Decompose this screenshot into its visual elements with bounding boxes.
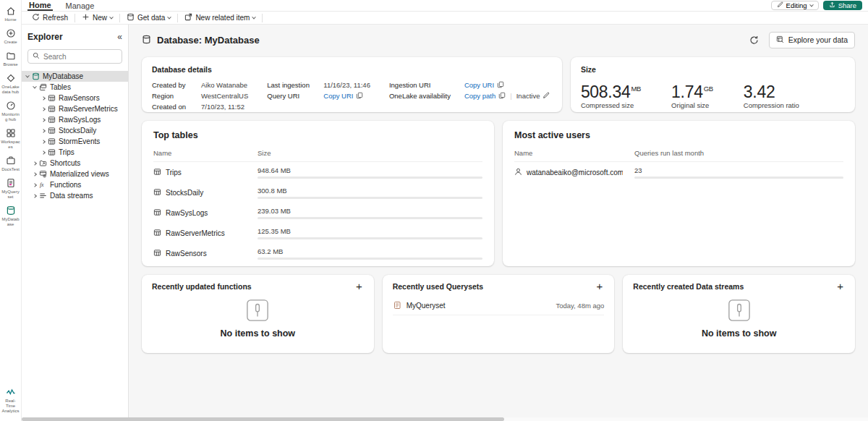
table-icon bbox=[153, 249, 161, 258]
queryset-timestamp: Today, 48m ago bbox=[556, 302, 604, 310]
new-button[interactable]: New bbox=[77, 12, 117, 24]
ribbon-toolbar: Refresh New Get data New related item bbox=[22, 12, 868, 25]
top-menu-bar: Home Manage Editing Share bbox=[22, 0, 868, 12]
table-icon bbox=[48, 105, 56, 113]
copy-icon[interactable] bbox=[498, 92, 506, 101]
rail-item-onelake-data-hub[interactable]: OneLake data hub bbox=[0, 70, 21, 98]
details-column-2: Last ingestion 11/16/23, 11:46 Query URI… bbox=[267, 80, 370, 111]
share-button[interactable]: Share bbox=[823, 1, 862, 10]
explore-your-data-button[interactable]: Explore your data bbox=[769, 32, 855, 48]
tab-manage[interactable]: Manage bbox=[64, 0, 96, 11]
copy-icon[interactable] bbox=[497, 81, 504, 90]
horizontal-scrollbar-thumb[interactable] bbox=[22, 417, 504, 421]
tree-item-mydatabase[interactable]: MyDatabase bbox=[22, 71, 128, 82]
chevron-right-icon bbox=[41, 118, 46, 122]
mydatabase-icon bbox=[6, 205, 16, 216]
explorer-header: Explorer « bbox=[27, 30, 122, 49]
add-datastream-button[interactable]: + bbox=[835, 282, 845, 291]
add-function-button[interactable]: + bbox=[354, 282, 364, 291]
rail-item-label: Create bbox=[4, 40, 17, 45]
user-email: watanabeaiko@microsoft.com bbox=[527, 169, 623, 177]
copy-ingestion-uri-link[interactable]: Copy URI bbox=[464, 81, 494, 89]
new-related-item-button[interactable]: New related item bbox=[180, 12, 260, 24]
detail-row: Query URI Copy URI bbox=[267, 91, 370, 101]
tree-item-table[interactable]: StocksDaily bbox=[22, 125, 128, 136]
tree-item-table[interactable]: RawSensors bbox=[22, 93, 128, 103]
table-icon bbox=[153, 229, 161, 238]
rail-item-docstest[interactable]: DocsTest bbox=[0, 153, 21, 175]
content-area: Explorer « MyDatabase T bbox=[22, 25, 868, 421]
tree-item-table[interactable]: RawServerMetrics bbox=[22, 103, 128, 114]
rail-item-browse[interactable]: Browse bbox=[0, 48, 21, 70]
tree-item-table[interactable]: StormEvents bbox=[22, 136, 128, 147]
onelake-availability-label: OneLake availability bbox=[389, 92, 464, 100]
rail-item-monitoring-hub[interactable]: Monitoring hub bbox=[0, 98, 21, 125]
summary-row: Database details Created by Aiko Watanab… bbox=[142, 57, 855, 112]
rail-item-label: MyDatabase bbox=[1, 217, 20, 227]
table-row[interactable]: RawSysLogs 239.03 MB bbox=[153, 203, 482, 223]
collapse-pane-icon[interactable]: « bbox=[117, 32, 122, 42]
user-row[interactable]: watanabeaiko@microsoft.com 23 bbox=[514, 162, 843, 182]
tree-item-label: Tables bbox=[50, 83, 71, 91]
rail-item-label: MyQueryset bbox=[1, 190, 20, 200]
rail-item-label: Home bbox=[4, 17, 16, 22]
chevron-down-icon bbox=[168, 14, 172, 19]
tree-item-label: Materialized views bbox=[50, 170, 109, 178]
get-data-button[interactable]: Get data bbox=[122, 12, 175, 24]
table-row[interactable]: Trips 948.64 MB bbox=[153, 162, 482, 182]
share-label: Share bbox=[838, 1, 856, 9]
editing-mode-button[interactable]: Editing bbox=[771, 1, 819, 10]
refresh-page-button[interactable] bbox=[748, 34, 760, 46]
tree-item-label: RawServerMetrics bbox=[59, 105, 118, 113]
refresh-button[interactable]: Refresh bbox=[27, 12, 72, 24]
chevron-down-icon bbox=[33, 84, 37, 88]
rail-item-label: Real-Time Analytics bbox=[1, 399, 20, 414]
rail-item-real-time-analytics[interactable]: Real-Time Analytics bbox=[0, 384, 21, 417]
table-row[interactable]: StocksDaily 300.8 MB bbox=[153, 182, 482, 203]
rail-item-mydatabase[interactable]: MyDatabase bbox=[0, 203, 21, 230]
tree-item-data-streams[interactable]: Data streams bbox=[22, 190, 128, 201]
rail-item-create[interactable]: Create bbox=[0, 25, 21, 48]
copy-query-uri-link[interactable]: Copy URI bbox=[323, 92, 353, 100]
tree-item-materialized-views[interactable]: Materialized views bbox=[22, 169, 128, 179]
created-by-label: Created by bbox=[152, 81, 201, 89]
new-label: New bbox=[93, 14, 107, 22]
rail-item-label: Monitoring hub bbox=[1, 112, 20, 122]
recent-querysets-title: Recently used Querysets bbox=[393, 282, 483, 291]
explore-data-icon bbox=[776, 35, 784, 45]
detail-row: Created by Aiko Watanabe bbox=[152, 80, 248, 90]
tree-item-tables-group[interactable]: Tables bbox=[22, 82, 128, 93]
recent-datastreams-card: Recently created Data streams + No items… bbox=[623, 275, 855, 353]
add-queryset-button[interactable]: + bbox=[595, 282, 605, 291]
top-tables-card: Top tables Name Size Trips 948.64 MB Sto… bbox=[142, 121, 494, 266]
queryset-list-item[interactable]: MyQueryset Today, 48m ago bbox=[393, 297, 605, 315]
copy-icon[interactable] bbox=[356, 92, 363, 101]
region-value: WestCentralUS bbox=[201, 92, 248, 100]
rail-item-home[interactable]: Home bbox=[0, 3, 21, 25]
horizontal-scrollbar[interactable] bbox=[22, 417, 868, 421]
tree-item-functions[interactable]: fx Functions bbox=[22, 179, 128, 190]
rail-item-myqueryset[interactable]: MyQueryset bbox=[0, 175, 21, 203]
empty-state-text: No items to show bbox=[702, 328, 776, 339]
table-row[interactable]: RawSensors 63.2 MB bbox=[153, 243, 482, 263]
tree-item-shortcuts[interactable]: Shortcuts bbox=[22, 158, 128, 169]
size-card-title: Size bbox=[581, 65, 845, 74]
recent-functions-title: Recently updated functions bbox=[152, 282, 252, 291]
table-row[interactable]: RawServerMetrics 125.35 MB bbox=[153, 223, 482, 243]
tree-item-table[interactable]: Trips bbox=[22, 147, 128, 158]
tree-item-table[interactable]: RawSysLogs bbox=[22, 114, 128, 125]
table-name: RawSensors bbox=[166, 250, 207, 258]
empty-state-text: No items to show bbox=[221, 328, 295, 339]
tree-item-label: MyDatabase bbox=[43, 72, 83, 80]
copy-onelake-path-link[interactable]: Copy path bbox=[464, 92, 495, 100]
tab-home[interactable]: Home bbox=[27, 0, 53, 11]
recent-functions-card: Recently updated functions + No items to… bbox=[142, 275, 374, 353]
toolbar-divider bbox=[177, 14, 178, 22]
search-input[interactable] bbox=[43, 53, 117, 61]
edit-pencil-icon[interactable] bbox=[542, 92, 550, 101]
real-time-analytics-icon bbox=[6, 387, 16, 397]
metric-compressed-size: 508.34MB Compressed size bbox=[581, 80, 641, 109]
main-column: Home Manage Editing Share Refresh bbox=[22, 0, 868, 421]
rail-item-workspaces[interactable]: Workspaces bbox=[0, 125, 21, 153]
table-size: 63.2 MB bbox=[258, 247, 482, 255]
